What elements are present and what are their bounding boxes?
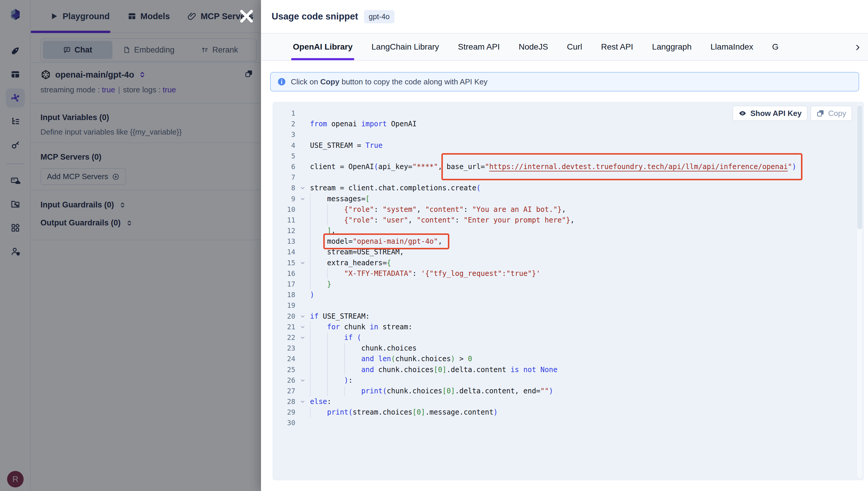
indent-guide: [310, 386, 327, 396]
code-text: messages=[: [310, 194, 370, 204]
line-number: 17: [273, 279, 295, 289]
indent-guide: [310, 332, 327, 343]
fold-gutter: [295, 172, 310, 183]
code-line: 29print(stream.choices[0].message.conten…: [273, 407, 864, 417]
fold-chevron-icon[interactable]: [295, 311, 310, 322]
line-number: 1: [273, 108, 295, 119]
code-scrollbar[interactable]: [857, 104, 862, 478]
code-line: 6client = OpenAI(api_key="****", base_ur…: [273, 162, 864, 172]
modal-header: Usage code snippet gpt-4o: [261, 0, 868, 33]
line-number: 28: [273, 396, 295, 407]
fold-chevron-icon[interactable]: [295, 322, 310, 332]
indent-guide: [310, 365, 327, 375]
indent-guide: [344, 353, 361, 364]
code-line: 3: [273, 129, 864, 140]
fold-chevron-icon[interactable]: [295, 375, 310, 386]
eye-icon: [738, 109, 747, 117]
code-line: 4USE_STREAM = True: [273, 140, 864, 151]
copy-code-button[interactable]: Copy: [810, 106, 852, 121]
fold-chevron-icon[interactable]: [295, 194, 310, 204]
fold-gutter: [295, 407, 310, 417]
fold-gutter: [295, 225, 310, 236]
line-number: 15: [273, 258, 295, 268]
code-text: if USE_STREAM:: [310, 311, 370, 322]
line-number: 14: [273, 247, 295, 257]
fold-chevron-icon[interactable]: [295, 396, 310, 407]
tab-stream-api[interactable]: Stream API: [458, 34, 500, 60]
line-number: 21: [273, 322, 295, 332]
indent-guide: [327, 386, 344, 396]
fold-gutter: [295, 151, 310, 162]
code-text: print(chunk.choices[0].delta.content, en…: [310, 386, 553, 396]
modal-overlay[interactable]: [0, 0, 261, 491]
line-number: 13: [273, 236, 295, 247]
code-text: else:: [310, 396, 331, 407]
code-line: 17}: [273, 279, 864, 289]
line-number: 22: [273, 332, 295, 343]
indent-guide: [344, 386, 361, 396]
line-number: 3: [273, 129, 295, 140]
copy-info-banner: Click on Copy button to copy the code al…: [270, 72, 859, 91]
code-line: 10{"role": "system", "content": "You are…: [273, 204, 864, 215]
code-text: ): [310, 289, 314, 300]
tabs-scroll-right-chevron-icon[interactable]: [854, 34, 862, 61]
code-text: chunk.choices: [310, 343, 417, 353]
code-text: ):: [310, 375, 353, 386]
code-line: 8stream = client.chat.completions.create…: [273, 183, 864, 193]
highlight-box-base-url: base_url="https://internal.devtest.truef…: [446, 162, 796, 172]
indent-guide: [327, 268, 344, 279]
fold-gutter: [295, 289, 310, 300]
tab-langgraph[interactable]: Langgraph: [652, 34, 692, 60]
code-text: print(stream.choices[0].message.content): [310, 407, 498, 417]
fold-gutter: [295, 417, 310, 428]
indent-guide: [327, 332, 344, 343]
code-lines: 12from openai import OpenAI34USE_STREAM …: [273, 102, 864, 428]
indent-guide: [310, 407, 327, 417]
line-number: 18: [273, 289, 295, 300]
indent-guide: [310, 258, 327, 268]
fold-gutter: [295, 300, 310, 311]
code-text: for chunk in stream:: [310, 322, 413, 332]
line-number: 23: [273, 343, 295, 353]
show-api-key-label: Show API Key: [750, 109, 802, 118]
fold-gutter: [295, 365, 310, 375]
code-text: stream=USE_STREAM,: [310, 247, 404, 257]
tab-curl[interactable]: Curl: [567, 34, 582, 60]
model-badge: gpt-4o: [364, 10, 394, 23]
line-number: 27: [273, 386, 295, 396]
code-line: 20if USE_STREAM:: [273, 311, 864, 322]
code-line: 22if (: [273, 332, 864, 343]
fold-gutter: [295, 129, 310, 140]
code-scrollbar-thumb[interactable]: [857, 105, 862, 229]
show-api-key-button[interactable]: Show API Key: [732, 106, 808, 121]
indent-guide: [310, 279, 327, 289]
code-line: 26):: [273, 375, 864, 386]
code-line: 21for chunk in stream:: [273, 322, 864, 332]
tab-nodejs[interactable]: NodeJS: [519, 34, 548, 60]
fold-gutter: [295, 204, 310, 215]
highlight-box-model: model="openai-main/gpt-4o",: [327, 236, 442, 247]
fold-gutter: [295, 119, 310, 129]
code-text: model="openai-main/gpt-4o",: [310, 236, 442, 247]
code-text: and len(chunk.choices) > 0: [310, 353, 472, 364]
tab-clipped[interactable]: G: [772, 34, 779, 60]
fold-chevron-icon[interactable]: [295, 258, 310, 268]
line-number: 7: [273, 172, 295, 183]
indent-guide: [344, 365, 361, 375]
code-line: 9messages=[: [273, 194, 864, 204]
code-text: client = OpenAI(api_key="****", base_url…: [310, 162, 796, 172]
tab-langchain-library[interactable]: LangChain Library: [371, 34, 439, 60]
fold-chevron-icon[interactable]: [295, 332, 310, 343]
tab-llamaindex[interactable]: LlamaIndex: [711, 34, 753, 60]
fold-gutter: [295, 236, 310, 247]
code-text: USE_STREAM = True: [310, 140, 383, 151]
code-line: 5: [273, 151, 864, 162]
line-number: 16: [273, 268, 295, 279]
close-icon[interactable]: [239, 8, 254, 24]
line-number: 26: [273, 375, 295, 386]
code-text: ],: [310, 225, 336, 236]
code-line: 11{"role": "user", "content": "Enter you…: [273, 215, 864, 225]
fold-chevron-icon[interactable]: [295, 183, 310, 193]
tab-openai-library[interactable]: OpenAI Library: [293, 34, 353, 60]
tab-rest-api[interactable]: Rest API: [601, 34, 633, 60]
